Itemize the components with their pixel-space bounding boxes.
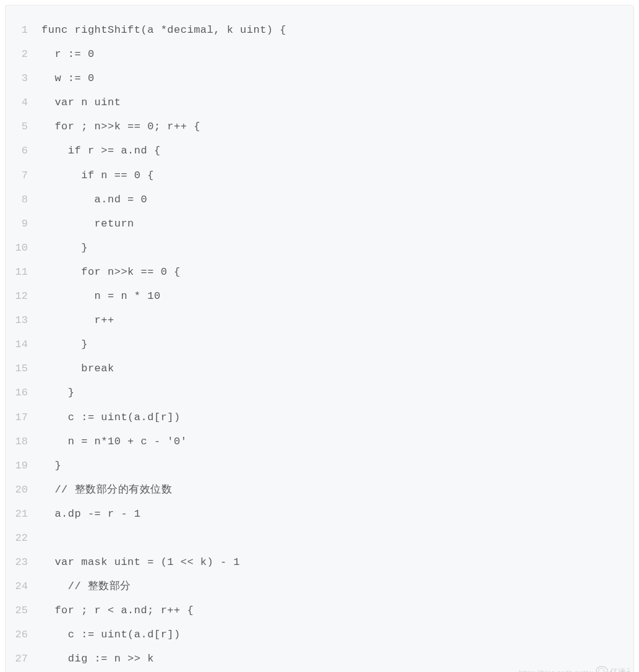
- line-number: 15: [6, 356, 41, 381]
- line-number: 3: [6, 66, 41, 90]
- line-number: 21: [6, 502, 41, 526]
- code-text: // 整数部分: [41, 574, 131, 598]
- code-line: 21 a.dp -= r - 1: [6, 502, 633, 526]
- code-line: 3 w := 0: [6, 66, 633, 90]
- line-number: 8: [6, 187, 41, 212]
- code-text: c := uint(a.d[r]): [41, 405, 181, 429]
- line-number: 11: [6, 260, 41, 284]
- line-number: 22: [6, 526, 41, 550]
- code-line: 22: [6, 526, 633, 550]
- line-number: 27: [6, 647, 41, 671]
- code-text: c := uint(a.d[r]): [41, 622, 181, 647]
- code-line: 24 // 整数部分: [6, 574, 633, 598]
- watermark-logo: 亿速云: [595, 661, 630, 672]
- code-line: 2 r := 0: [6, 42, 633, 66]
- line-number: 14: [6, 332, 41, 356]
- code-line: 27 dig := n >> k: [6, 647, 633, 671]
- code-text: for n>>k == 0 {: [41, 260, 181, 284]
- line-number: 5: [6, 114, 41, 139]
- line-number: 23: [6, 550, 41, 574]
- code-text: }: [41, 236, 88, 260]
- code-line: 19 }: [6, 454, 633, 478]
- code-text: }: [41, 454, 61, 478]
- code-text: n = n*10 + c - '0': [41, 429, 187, 454]
- code-text: }: [41, 332, 88, 356]
- line-number: 19: [6, 454, 41, 478]
- code-text: r++: [41, 308, 114, 332]
- line-number: 4: [6, 90, 41, 114]
- code-text: if r >= a.nd {: [41, 139, 161, 163]
- code-line: 8 a.nd = 0: [6, 187, 633, 212]
- line-number: 20: [6, 478, 41, 502]
- code-line: 20 // 整数部分的有效位数: [6, 478, 633, 502]
- line-number: 2: [6, 42, 41, 66]
- code-line: 7 if n == 0 {: [6, 163, 633, 187]
- line-number: 17: [6, 405, 41, 429]
- code-text: if n == 0 {: [41, 163, 154, 187]
- svg-point-0: [596, 666, 607, 672]
- line-number: 24: [6, 574, 41, 598]
- code-line: 23 var mask uint = (1 << k) - 1: [6, 550, 633, 574]
- line-number: 16: [6, 381, 41, 405]
- line-number: 1: [6, 18, 41, 42]
- code-text: r := 0: [41, 42, 95, 66]
- code-line: 6 if r >= a.nd {: [6, 139, 633, 163]
- code-line: 1func rightShift(a *decimal, k uint) {: [6, 18, 633, 42]
- code-block: 1func rightShift(a *decimal, k uint) {2 …: [5, 5, 634, 672]
- code-line: 11 for n>>k == 0 {: [6, 260, 633, 284]
- line-number: 12: [6, 284, 41, 308]
- code-text: }: [41, 381, 75, 405]
- code-line: 18 n = n*10 + c - '0': [6, 429, 633, 454]
- code-line: 25 for ; r < a.nd; r++ {: [6, 598, 633, 622]
- code-line: 26 c := uint(a.d[r]): [6, 622, 633, 647]
- watermark-url: https://blog.csdn.net/w: [519, 669, 593, 672]
- line-number: 13: [6, 308, 41, 332]
- code-line: 16 }: [6, 381, 633, 405]
- code-text: for ; r < a.nd; r++ {: [41, 598, 194, 622]
- code-text: for ; n>>k == 0; r++ {: [41, 114, 200, 139]
- line-number: 18: [6, 429, 41, 454]
- code-line: 9 return: [6, 212, 633, 236]
- line-number: 9: [6, 212, 41, 236]
- line-number: 26: [6, 622, 41, 647]
- code-text: dig := n >> k: [41, 647, 154, 671]
- code-line: 14 }: [6, 332, 633, 356]
- code-line: 12 n = n * 10: [6, 284, 633, 308]
- code-line: 5 for ; n>>k == 0; r++ {: [6, 114, 633, 139]
- line-number: 10: [6, 236, 41, 260]
- code-line: 13 r++: [6, 308, 633, 332]
- code-text: break: [41, 356, 114, 381]
- code-line: 15 break: [6, 356, 633, 381]
- line-number: 25: [6, 598, 41, 622]
- code-line: 4 var n uint: [6, 90, 633, 114]
- code-text: func rightShift(a *decimal, k uint) {: [41, 18, 286, 42]
- code-text: var n uint: [41, 90, 121, 114]
- line-number: 7: [6, 163, 41, 187]
- code-line: 10 }: [6, 236, 633, 260]
- line-number: 6: [6, 139, 41, 163]
- code-text: // 整数部分的有效位数: [41, 478, 172, 502]
- code-text: n = n * 10: [41, 284, 161, 308]
- code-text: var mask uint = (1 << k) - 1: [41, 550, 240, 574]
- code-line: 17 c := uint(a.d[r]): [6, 405, 633, 429]
- code-text: a.nd = 0: [41, 187, 147, 212]
- code-text: a.dp -= r - 1: [41, 502, 141, 526]
- code-text: return: [41, 212, 134, 236]
- svg-text:亿速云: 亿速云: [609, 667, 630, 672]
- code-text: w := 0: [41, 66, 95, 90]
